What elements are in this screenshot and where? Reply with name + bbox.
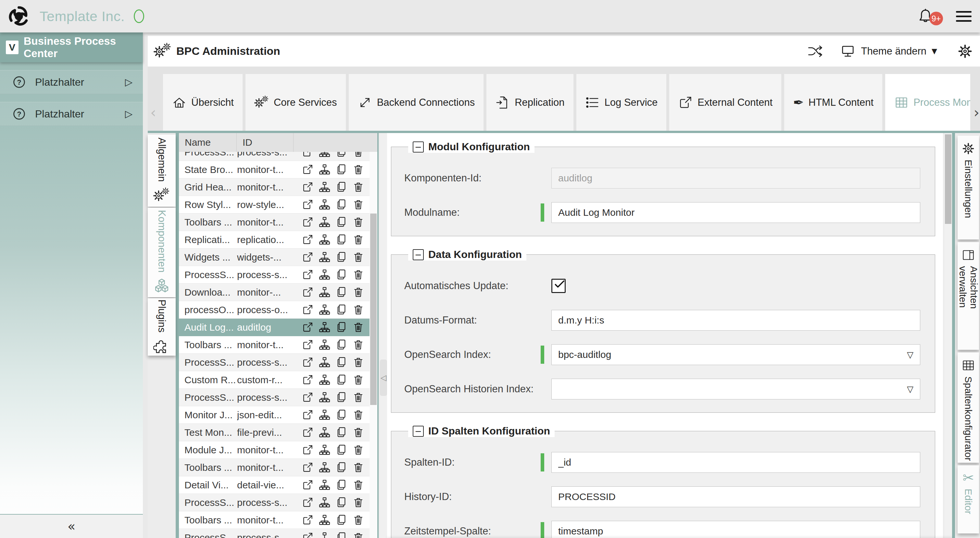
table-row[interactable]: Detail Vi...detail-vie... — [179, 476, 369, 494]
open-external-icon[interactable] — [302, 479, 314, 491]
sidebar-header[interactable]: V Business Process Center — [0, 32, 143, 62]
history-id-input[interactable] — [551, 486, 920, 507]
table-row[interactable]: Row Styl...row-style... — [179, 196, 369, 214]
open-external-icon[interactable] — [302, 391, 314, 403]
sitemap-icon[interactable] — [318, 181, 331, 193]
table-row[interactable]: Toolbars ...monitor-t... — [179, 511, 369, 529]
delete-icon[interactable] — [352, 532, 364, 538]
duplicate-icon[interactable] — [336, 409, 347, 421]
open-external-icon[interactable] — [302, 163, 314, 176]
open-external-icon[interactable] — [302, 198, 314, 211]
duplicate-icon[interactable] — [336, 198, 347, 211]
table-row[interactable]: Custom R...custom-r... — [179, 371, 369, 389]
sitemap-icon[interactable] — [318, 497, 331, 508]
sidebar-collapse-button[interactable]: « — [0, 514, 143, 538]
category-tab-komponenten[interactable]: Komponenten — [148, 208, 176, 297]
delete-icon[interactable] — [352, 251, 364, 263]
notifications-button[interactable]: 9+ — [916, 7, 935, 25]
sitemap-icon[interactable] — [318, 409, 331, 421]
duplicate-icon[interactable] — [336, 391, 347, 403]
sidebar-item-platzhalter-2[interactable]: ? Platzhalter ▷ — [0, 102, 143, 126]
collapse-section-icon[interactable]: − — [413, 249, 424, 260]
open-external-icon[interactable] — [302, 462, 314, 473]
table-row[interactable]: Replicati...replicatio... — [179, 231, 369, 249]
delete-icon[interactable] — [352, 356, 364, 368]
delete-icon[interactable] — [352, 374, 364, 386]
duplicate-icon[interactable] — [336, 304, 347, 316]
modulname-input[interactable] — [551, 202, 920, 223]
table-row[interactable]: Monitor J...json-edit... — [179, 406, 369, 424]
tool-tab-ansichten-verwalten[interactable]: Ansichten verwalten — [958, 242, 979, 350]
delete-icon[interactable] — [352, 198, 364, 211]
table-scrollbar-thumb[interactable] — [370, 214, 377, 405]
table-row[interactable]: ProcessS...process-s... — [179, 389, 369, 406]
opensearch-index-select[interactable]: bpc-auditlog ▽ — [551, 344, 920, 365]
table-row[interactable]: Widgets ...widgets-... — [179, 249, 369, 266]
duplicate-icon[interactable] — [336, 216, 347, 228]
delete-icon[interactable] — [352, 181, 364, 193]
open-external-icon[interactable] — [302, 181, 314, 193]
duplicate-icon[interactable] — [336, 251, 347, 263]
duplicate-icon[interactable] — [336, 269, 347, 281]
open-external-icon[interactable] — [302, 374, 314, 386]
delete-icon[interactable] — [352, 391, 364, 403]
shuffle-icon[interactable] — [807, 43, 824, 60]
sitemap-icon[interactable] — [318, 444, 331, 456]
delete-icon[interactable] — [352, 304, 364, 316]
table-row[interactable]: ProcessS...process-s... — [179, 529, 369, 538]
open-external-icon[interactable] — [302, 269, 314, 281]
delete-icon[interactable] — [352, 497, 364, 508]
duplicate-icon[interactable] — [336, 514, 347, 526]
table-row[interactable]: Toolbars ...monitor-t... — [179, 336, 369, 354]
sitemap-icon[interactable] — [318, 391, 331, 403]
open-external-icon[interactable] — [302, 356, 314, 368]
tool-tab-einstellungen[interactable]: Einstellungen — [958, 136, 979, 240]
module-tab-replication[interactable]: Replication — [487, 74, 573, 131]
open-external-icon[interactable] — [302, 286, 314, 298]
table-row-selected[interactable]: Audit Log...auditlog — [179, 319, 369, 336]
module-tab-external-content[interactable]: External Content — [669, 74, 781, 131]
tabs-scroll-right-icon[interactable]: › — [974, 105, 979, 120]
module-tab-process-monitoring[interactable]: Process Monitoring — [885, 74, 970, 131]
module-tab--bersicht[interactable]: Übersicht — [163, 74, 243, 131]
sitemap-icon[interactable] — [318, 251, 331, 263]
duplicate-icon[interactable] — [336, 444, 347, 456]
duplicate-icon[interactable] — [336, 479, 347, 491]
sitemap-icon[interactable] — [318, 514, 331, 526]
zeitstempel-spalte-input[interactable] — [551, 521, 920, 538]
open-external-icon[interactable] — [302, 304, 314, 316]
delete-icon[interactable] — [352, 514, 364, 526]
column-header-id[interactable]: ID — [237, 133, 294, 152]
duplicate-icon[interactable] — [336, 286, 347, 298]
duplicate-icon[interactable] — [336, 532, 347, 538]
table-row[interactable]: Grid Hea...monitor-t... — [179, 178, 369, 196]
sitemap-icon[interactable] — [318, 532, 331, 538]
delete-icon[interactable] — [352, 269, 364, 281]
sitemap-icon[interactable] — [318, 339, 331, 351]
open-external-icon[interactable] — [302, 444, 314, 456]
collapse-section-icon[interactable]: − — [413, 141, 424, 152]
table-row[interactable]: processO...process-o... — [179, 301, 369, 319]
tool-tab-editor[interactable]: ✂Editor — [958, 465, 979, 533]
table-row[interactable]: ProcessS...process-s... — [179, 152, 369, 161]
open-external-icon[interactable] — [302, 251, 314, 263]
sitemap-icon[interactable] — [318, 462, 331, 473]
tool-tab-spaltenkonfigurator[interactable]: Spaltenkonfigurator — [958, 352, 979, 463]
module-tab-backend-connections[interactable]: Backend Connections — [349, 74, 484, 131]
splitter-collapse-handle[interactable]: ◁ — [380, 360, 387, 396]
sitemap-icon[interactable] — [318, 374, 331, 386]
open-external-icon[interactable] — [302, 152, 314, 158]
sitemap-icon[interactable] — [318, 426, 331, 438]
settings-gear-icon[interactable] — [957, 43, 974, 60]
open-external-icon[interactable] — [302, 339, 314, 351]
duplicate-icon[interactable] — [336, 462, 347, 473]
chevron-down-icon[interactable]: ▼ — [932, 48, 937, 55]
category-tab-plugins[interactable]: Plugins — [148, 298, 176, 355]
theme-change-button[interactable]: Theme ändern — [861, 45, 926, 57]
tabs-scroll-left-icon[interactable]: ‹ — [150, 105, 156, 120]
duplicate-icon[interactable] — [336, 181, 347, 193]
open-external-icon[interactable] — [302, 233, 314, 246]
sitemap-icon[interactable] — [318, 479, 331, 491]
module-tab-html-content[interactable]: ✒HTML Content — [784, 74, 882, 131]
sitemap-icon[interactable] — [318, 304, 331, 316]
